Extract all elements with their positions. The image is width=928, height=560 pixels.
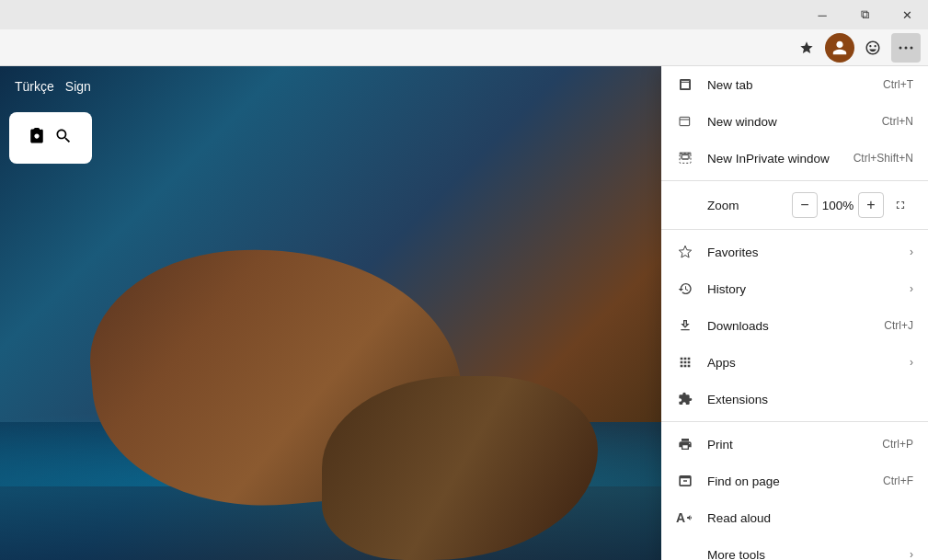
main-content: Türkçe Sign New tab Ctrl+T New window Ct… [0,66,928,560]
zoom-label: Zoom [707,199,792,212]
zoom-fullscreen-button[interactable] [888,192,913,218]
camera-icon[interactable] [29,128,45,148]
dropdown-menu: New tab Ctrl+T New window Ctrl+N New InP… [661,66,928,560]
apps-arrow: › [910,356,913,369]
svg-rect-5 [680,117,690,125]
menu-item-history[interactable]: History › [661,270,928,307]
menu-item-more-tools[interactable]: More tools › [661,536,928,560]
zoom-value: 100% [821,199,854,212]
downloads-shortcut: Ctrl+J [884,319,913,332]
new-window-shortcut: Ctrl+N [882,115,913,128]
menu-item-read-aloud[interactable]: A Read aloud [661,499,928,536]
extensions-icon [676,390,694,408]
new-tab-label: New tab [707,78,876,92]
menu-item-favorites[interactable]: Favorites › [661,234,928,270]
zoom-plus-button[interactable]: + [858,192,884,218]
apps-label: Apps [707,356,902,370]
menu-item-apps[interactable]: Apps › [661,344,928,381]
menu-item-new-window[interactable]: New window Ctrl+N [661,103,928,140]
favorite-button[interactable] [792,33,821,63]
apps-icon [676,353,694,371]
title-bar: ─ ⧉ ✕ [0,0,928,29]
downloads-label: Downloads [707,319,876,333]
svg-point-0 [899,46,902,49]
print-label: Print [707,438,875,451]
inprivate-label: New InPrivate window [707,152,846,166]
print-shortcut: Ctrl+P [882,438,913,451]
zoom-controls: − 100% + [792,192,913,218]
favorites-arrow: › [910,246,913,258]
menu-item-new-tab[interactable]: New tab Ctrl+T [661,66,928,103]
inprivate-icon [676,149,694,167]
search-box [9,112,92,164]
new-tab-icon [676,75,694,94]
language-label: Türkçe [15,79,54,94]
svg-rect-3 [681,80,689,88]
more-button[interactable] [891,33,921,63]
extensions-label: Extensions [707,393,913,406]
read-aloud-label: Read aloud [707,511,913,525]
new-window-icon [676,112,694,131]
menu-item-print[interactable]: Print Ctrl+P [661,426,928,463]
find-shortcut: Ctrl+F [883,474,913,487]
find-label: Find on page [707,474,876,488]
history-icon [676,280,694,298]
minimize-button[interactable]: ─ [801,0,843,29]
menu-item-inprivate[interactable]: New InPrivate window Ctrl+Shift+N [661,140,928,177]
inprivate-shortcut: Ctrl+Shift+N [854,152,913,165]
history-arrow: › [910,282,913,295]
menu-item-extensions[interactable]: Extensions [661,381,928,417]
more-tools-arrow: › [910,548,913,560]
history-label: History [707,282,902,296]
sign-label: Sign [65,79,91,94]
divider-3 [661,421,928,422]
restore-button[interactable]: ⧉ [843,0,886,29]
print-icon [676,435,694,453]
divider-1 [661,180,928,181]
new-window-label: New window [707,115,875,129]
zoom-minus-button[interactable]: − [792,192,818,218]
new-tab-shortcut: Ctrl+T [883,78,913,91]
downloads-icon [676,316,694,335]
menu-item-downloads[interactable]: Downloads Ctrl+J [661,307,928,344]
profile-avatar[interactable] [825,33,854,63]
favorites-icon [676,243,694,261]
browser-toolbar [0,29,928,66]
language-bar: Türkçe Sign [0,75,661,97]
svg-point-2 [911,46,913,49]
find-icon [676,472,694,490]
menu-item-find[interactable]: Find on page Ctrl+F [661,463,928,499]
emoji-button[interactable] [858,33,888,63]
read-aloud-icon: A [676,509,694,527]
more-tools-label: More tools [707,548,902,561]
svg-point-1 [905,46,908,49]
search-icon[interactable] [54,127,73,149]
zoom-row: Zoom − 100% + [661,185,928,225]
close-button[interactable]: ✕ [886,0,928,29]
divider-2 [661,229,928,230]
favorites-label: Favorites [707,246,902,259]
